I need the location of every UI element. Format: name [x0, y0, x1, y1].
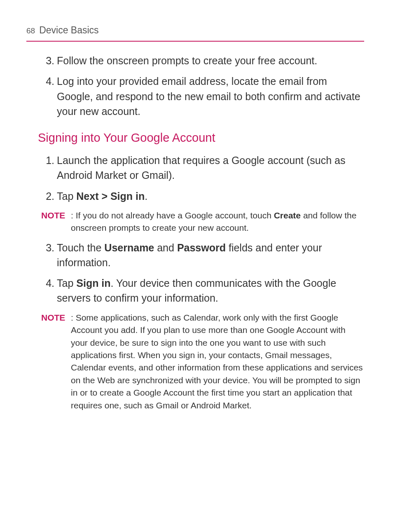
note-label: NOTE	[41, 312, 71, 412]
section-item-2: 2. Tap Next > Sign in.	[41, 189, 364, 204]
text-bold: Create	[274, 211, 301, 220]
page-header: 68 Device Basics	[26, 25, 364, 42]
note-block-1: NOTE : If you do not already have a Goog…	[41, 209, 364, 234]
text-post: .	[145, 190, 147, 202]
list-item-3: 3. Follow the onscreen prompts to create…	[41, 53, 364, 68]
list-number: 4.	[41, 74, 54, 119]
list-number: 1.	[41, 153, 54, 183]
text-pre: : If you do not already have a Google ac…	[71, 211, 274, 220]
text-bold: Password	[177, 242, 226, 253]
list-number: 4.	[41, 276, 54, 306]
list-number: 3.	[41, 240, 54, 270]
text-pre: Tap	[57, 190, 76, 202]
section-heading: Signing into Your Google Account	[38, 131, 364, 145]
page-container: 68 Device Basics 3. Follow the onscreen …	[0, 0, 393, 412]
content-body: 3. Follow the onscreen prompts to create…	[26, 53, 364, 412]
list-text: Launch the application that requires a G…	[57, 153, 364, 183]
note-text: : Some applications, such as Calendar, w…	[71, 312, 364, 412]
section-item-4: 4. Tap Sign in. Your device then communi…	[41, 276, 364, 306]
section-item-3: 3. Touch the Username and Password field…	[41, 240, 364, 270]
list-number: 2.	[41, 189, 54, 204]
text-bold: Next > Sign in	[76, 190, 145, 202]
text-pre: Tap	[57, 277, 76, 289]
section-item-1: 1. Launch the application that requires …	[41, 153, 364, 183]
header-title: Device Basics	[39, 25, 98, 36]
note-block-2: NOTE : Some applications, such as Calend…	[41, 312, 364, 412]
list-item-4: 4. Log into your provided email address,…	[41, 74, 364, 119]
page-number: 68	[26, 26, 35, 35]
list-text: Tap Sign in. Your device then communicat…	[57, 276, 364, 306]
list-number: 3.	[41, 53, 54, 68]
list-text: Touch the Username and Password fields a…	[57, 240, 364, 270]
text-bold: Username	[104, 242, 154, 253]
text-bold: Sign in	[76, 277, 110, 289]
note-text: : If you do not already have a Google ac…	[71, 209, 364, 234]
note-label: NOTE	[41, 209, 71, 234]
list-text: Log into your provided email address, lo…	[57, 74, 364, 119]
text-mid: and	[154, 242, 177, 253]
list-text: Follow the onscreen prompts to create yo…	[57, 53, 364, 68]
list-text: Tap Next > Sign in.	[57, 189, 364, 204]
text-pre: Touch the	[57, 242, 104, 253]
